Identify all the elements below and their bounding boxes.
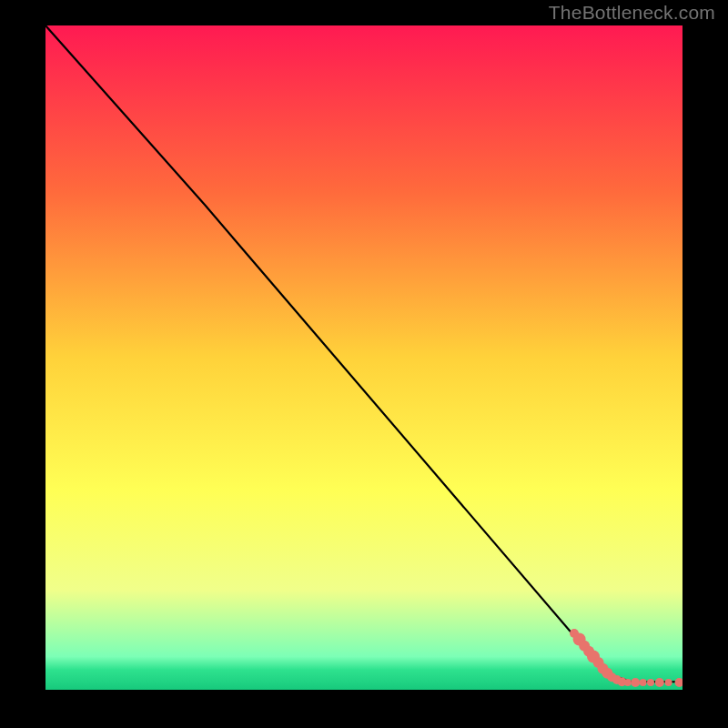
data-point	[631, 678, 640, 687]
data-point	[655, 678, 664, 687]
heat-background	[46, 25, 682, 690]
data-point	[640, 679, 647, 686]
watermark-text: TheBottleneck.com	[549, 2, 715, 24]
chart-svg	[46, 25, 682, 690]
chart-area	[46, 25, 682, 690]
data-point	[647, 679, 654, 686]
data-point	[665, 679, 672, 686]
data-point	[624, 679, 632, 686]
